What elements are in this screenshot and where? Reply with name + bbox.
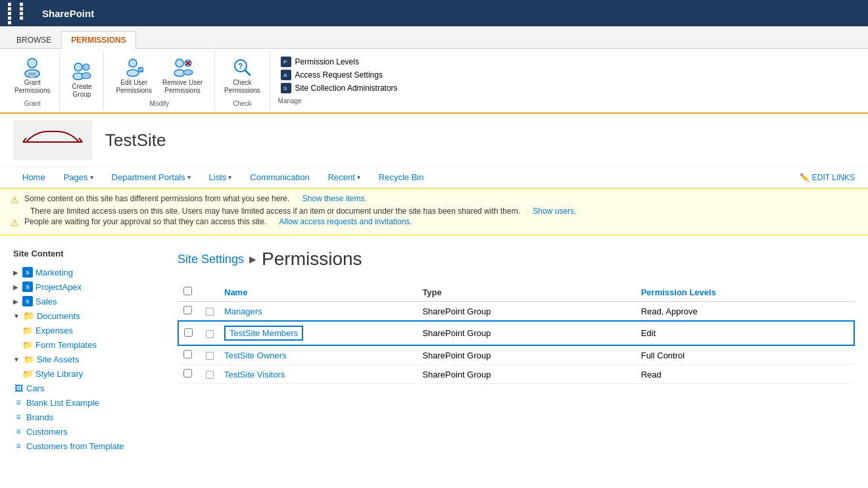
- site-assets-folder-icon: 📁: [24, 354, 34, 364]
- lists-arrow-icon: ▾: [228, 174, 231, 181]
- sidebar-item-style-library[interactable]: 📁 Style Library: [13, 366, 158, 381]
- create-group-button[interactable]: CreateGroup: [65, 58, 98, 101]
- check-permissions-icon: ?: [231, 57, 253, 78]
- testsite-members-link[interactable]: TestSite Members: [224, 326, 303, 341]
- testsite-visitors-link[interactable]: TestSite Visitors: [224, 370, 285, 379]
- sidebar-item-customers-from-template[interactable]: ≡ Customers from Template: [13, 439, 158, 453]
- access-request-settings-icon: A: [281, 70, 291, 80]
- edit-user-permissions-button[interactable]: Edit UserPermissions: [112, 54, 155, 97]
- row-name-visitors: TestSite Visitors: [219, 365, 417, 384]
- warning-icon-3: ⚠: [11, 218, 19, 228]
- customers-list-icon: ≡: [13, 426, 24, 437]
- sidebar-item-cars[interactable]: 🖼 Cars: [13, 381, 158, 395]
- marketing-expand-icon: ▶: [13, 269, 18, 276]
- blank-list-example-list-icon: ≡: [13, 397, 24, 408]
- sidebar-item-brands[interactable]: ≡ Brands: [13, 410, 158, 424]
- manage-permission-levels[interactable]: P Permission Levels: [278, 55, 400, 68]
- warning-banner: ⚠ Some content on this site has differen…: [0, 188, 868, 235]
- apps-icon[interactable]: [8, 3, 30, 24]
- permission-levels-icon: P: [281, 57, 291, 67]
- row-checkbox-inner-visitors: [198, 365, 219, 384]
- ribbon-tabs: BROWSE PERMISSIONS: [0, 26, 868, 49]
- select-all-checkbox[interactable]: [183, 287, 192, 295]
- row-levels-members: Edit: [636, 321, 854, 345]
- sidebar-item-expenses[interactable]: 📁 Expenses: [13, 323, 158, 337]
- sidebar-item-documents[interactable]: ▼ 📁 Documents: [13, 308, 158, 323]
- sidebar-item-marketing[interactable]: ▶ S Marketing: [13, 265, 158, 280]
- show-items-link[interactable]: Show these items.: [302, 194, 367, 203]
- nav-pages[interactable]: Pages ▾: [55, 167, 103, 187]
- nav-home[interactable]: Home: [13, 167, 55, 187]
- row-checkbox-outer-owners[interactable]: [178, 345, 198, 365]
- nav-department-portals[interactable]: Department Portals ▾: [103, 167, 200, 187]
- department-portals-arrow-icon: ▾: [187, 174, 191, 181]
- manage-site-collection-admins[interactable]: S Site Collection Administrators: [278, 82, 400, 95]
- modify-group-label: Modify: [150, 97, 169, 107]
- svg-text:P: P: [283, 59, 287, 65]
- sidebar-item-sales[interactable]: ▶ S Sales: [13, 294, 158, 308]
- sidebar-item-blank-list-example[interactable]: ≡ Blank List Example: [13, 395, 158, 410]
- row-name-managers: Managers: [219, 302, 417, 322]
- sidebar-item-form-templates[interactable]: 📁 Form Templates: [13, 337, 158, 352]
- row-levels-owners: Full Control: [636, 345, 854, 365]
- create-group-icon: [71, 61, 92, 82]
- site-assets-expand-icon: ▼: [13, 356, 20, 363]
- warning-text-2: There are limited access users on this s…: [30, 207, 520, 216]
- row-checkbox-outer-visitors[interactable]: [178, 365, 198, 384]
- form-templates-folder-icon: 📁: [22, 339, 33, 350]
- svg-text:S: S: [283, 85, 287, 91]
- edit-links-button[interactable]: ✏️ EDIT LINKS: [800, 173, 855, 182]
- breadcrumb-site-settings[interactable]: Site Settings: [178, 253, 244, 266]
- svg-point-8: [127, 70, 139, 76]
- remove-user-permissions-button[interactable]: Remove UserPermissions: [158, 54, 206, 97]
- manage-group-label: Manage: [278, 97, 400, 105]
- row-type-visitors: SharePoint Group: [417, 365, 635, 384]
- recent-arrow-icon: ▾: [357, 174, 360, 181]
- ribbon-toolbar: GrantPermissions Grant CreateGroup Edit …: [0, 49, 868, 114]
- sidebar-item-projectapex[interactable]: ▶ S ProjectApex: [13, 280, 158, 294]
- row-checkbox-outer-managers[interactable]: [178, 302, 198, 322]
- check-permissions-button[interactable]: ? CheckPermissions: [220, 54, 264, 97]
- nav-lists[interactable]: Lists ▾: [200, 167, 241, 187]
- managers-link[interactable]: Managers: [224, 306, 262, 316]
- site-collection-administrators-label: Site Collection Administrators: [295, 84, 398, 93]
- tab-permissions[interactable]: PERMISSIONS: [61, 31, 135, 49]
- sidebar-item-customers[interactable]: ≡ Customers: [13, 424, 158, 439]
- row-checkbox-outer-members[interactable]: [178, 321, 198, 345]
- manage-access-request-settings[interactable]: A Access Request Settings: [278, 68, 400, 82]
- documents-expand-icon: ▼: [13, 312, 20, 320]
- right-content: Site Settings ▶ Permissions Name Type Pe…: [178, 249, 855, 453]
- nav-recent[interactable]: Recent ▾: [319, 167, 370, 187]
- grant-permissions-button[interactable]: GrantPermissions: [11, 54, 54, 97]
- testsite-owners-link[interactable]: TestSite Owners: [224, 351, 287, 360]
- projectapex-sp-icon: S: [22, 281, 33, 292]
- warning-text-1: Some content on this site has different …: [24, 194, 289, 203]
- nav-recycle-bin[interactable]: Recycle Bin: [370, 167, 433, 187]
- show-users-link[interactable]: Show users.: [533, 207, 576, 216]
- sidebar-title: Site Content: [13, 249, 158, 258]
- tab-browse[interactable]: BROWSE: [7, 31, 61, 49]
- grant-group-buttons: GrantPermissions: [11, 54, 54, 97]
- grant-group-label: Grant: [24, 97, 41, 107]
- sidebar-item-site-assets[interactable]: ▼ 📁 Site Assets: [13, 352, 158, 366]
- documents-folder-icon: 📁: [24, 310, 34, 321]
- site-logo: [13, 120, 92, 160]
- header-check-inner: [198, 283, 219, 302]
- nav-communication[interactable]: Communication: [241, 167, 318, 187]
- svg-point-6: [82, 72, 91, 78]
- sales-sp-icon: S: [22, 296, 33, 306]
- table-row: TestSite Members SharePoint Group Edit: [178, 321, 854, 345]
- breadcrumb: Site Settings ▶ Permissions: [178, 249, 855, 270]
- allow-access-requests-link[interactable]: Allow access requests and invitations.: [279, 217, 412, 226]
- permission-levels-label: Permission Levels: [295, 57, 359, 66]
- header-check-outer: [178, 283, 198, 302]
- site-name[interactable]: TestSite: [105, 130, 166, 151]
- row-type-managers: SharePoint Group: [417, 302, 635, 322]
- row-type-owners: SharePoint Group: [417, 345, 635, 365]
- permissions-table: Name Type Permission Levels Managers Sha…: [178, 283, 855, 384]
- svg-text:?: ?: [238, 62, 243, 71]
- cars-pic-icon: 🖼: [13, 383, 24, 393]
- svg-point-14: [183, 70, 193, 75]
- grant-permissions-label: GrantPermissions: [14, 79, 50, 95]
- breadcrumb-arrow-icon: ▶: [249, 254, 256, 264]
